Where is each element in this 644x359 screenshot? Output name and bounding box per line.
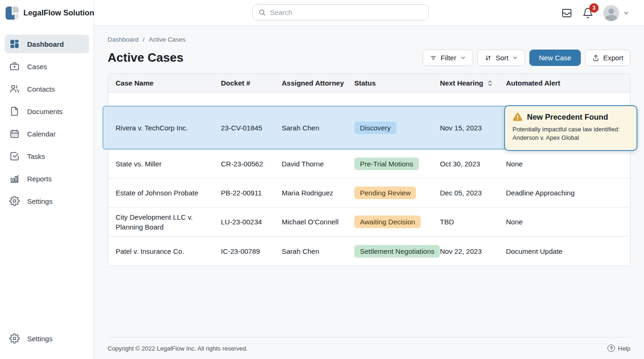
chevron-down-icon [460,55,466,61]
assigned-attorney: Sarah Chen [282,247,354,255]
sidebar-item-contacts[interactable]: Contacts [5,79,89,98]
automated-alert: None [506,160,630,168]
table-row[interactable]: State vs. MillerCR-23-00562David ThorneP… [108,150,630,179]
warning-triangle-icon [512,112,523,122]
chevron-down-icon [623,10,629,16]
topbar-actions: 3 [561,0,629,26]
status-cell: Awaiting Decision [354,215,440,228]
popup-title: New Precedent Found [527,113,608,122]
status-cell: Pre-Trial Motions [354,158,440,170]
table-row-spacer [108,93,630,106]
legalflow-logo-icon [6,7,19,20]
sidebar-item-dashboard[interactable]: Dashboard [5,35,89,53]
assigned-attorney: Sarah Chen [282,124,354,132]
help-icon: ? [607,345,615,352]
column-header-case-name: Case Name [108,79,221,87]
sidebar-item-label: Contacts [27,85,55,93]
assigned-attorney: David Thorne [282,160,354,168]
sidebar-footer: Settings [5,329,89,352]
active-cases-table: Case NameDocket #Assigned AttorneyStatus… [108,73,630,266]
export-button[interactable]: Export [585,50,630,66]
sidebar-footer-item-settings[interactable]: Settings [5,329,89,348]
column-header-docket-: Docket # [221,79,282,87]
sort-button-label: Sort [496,54,509,62]
help-button[interactable]: ? Help [607,345,630,352]
next-hearing-date: Oct 30, 2023 [440,160,506,168]
sidebar-item-label: Documents [27,108,63,115]
column-header-automated-alert: Automated Alert [506,79,630,87]
search-input[interactable] [270,8,423,16]
table-header-row: Case NameDocket #Assigned AttorneyStatus… [108,74,630,93]
next-hearing-date: TBD [440,218,506,226]
page-content: Dashboard / Active Cases Active Cases Fi… [94,26,644,359]
case-name: Rivera v. TechCorp Inc. [108,123,221,133]
next-hearing-date: Nov 22, 2023 [440,247,506,255]
new-case-button[interactable]: New Case [529,50,580,66]
new-case-button-label: New Case [539,54,571,62]
help-label: Help [618,345,630,352]
assigned-attorney: Michael O'Connell [282,218,354,226]
filter-button[interactable]: Filter [423,50,473,66]
copyright-text: Copyright © 2022 LegalFlow Inc. All righ… [108,345,248,352]
sidebar-item-calendar[interactable]: Calendar [5,124,89,143]
filter-button-label: Filter [441,54,456,62]
file-icon [9,106,20,116]
popup-body: Potentially impactful case law identifie… [512,125,630,142]
status-badge: Pre-Trial Motions [354,158,419,170]
sidebar-item-tasks[interactable]: Tasks [5,147,89,165]
sort-button[interactable]: Sort [477,50,526,66]
docket-number: PB-22-00911 [221,189,282,197]
search-icon [258,8,266,16]
status-badge: Awaiting Decision [354,215,421,228]
check-square-icon [9,151,20,161]
dashboard-grid-icon [9,39,20,49]
column-header-assigned-attorney: Assigned Attorney [282,79,354,87]
page-title: Active Cases [108,50,183,65]
precedent-alert-popup[interactable]: New Precedent Found Potentially impactfu… [504,105,637,151]
topbar: 3 [94,0,644,26]
table-row[interactable]: Patel v. Insurance Co.IC-23-00789Sarah C… [108,237,630,266]
sidebar: LegalFlow Solutions DashboardCasesContac… [0,0,94,359]
table-row[interactable]: City Development LLC v. Planning BoardLU… [108,208,630,237]
page-footer: Copyright © 2022 LegalFlow Inc. All righ… [108,337,630,359]
sidebar-item-label: Tasks [27,152,45,160]
breadcrumb-separator: / [143,36,145,43]
automated-alert: None [506,218,630,226]
automated-alert: Document Update [506,247,630,255]
sort-column-icon[interactable] [487,79,493,87]
search-box[interactable] [252,4,429,21]
toolbar: Filter Sort New Case Export [423,50,630,66]
sidebar-item-settings[interactable]: Settings [5,192,89,210]
sidebar-nav: DashboardCasesContactsDocumentsCalendarT… [0,26,94,210]
status-cell: Discovery [354,122,440,134]
status-badge: Settlement Negotiations [354,245,440,258]
gear-icon [9,333,20,344]
sidebar-item-documents[interactable]: Documents [5,102,89,121]
user-avatar[interactable] [603,5,619,21]
case-name: Estate of Johnson Probate [108,188,221,198]
briefcase-icon [9,61,20,72]
status-cell: Settlement Negotiations [354,245,440,258]
sidebar-item-label: Dashboard [27,40,64,48]
case-name: Patel v. Insurance Co. [108,246,221,256]
filter-icon [430,54,437,62]
inbox-button[interactable] [561,7,572,19]
sidebar-item-label: Reports [27,175,52,183]
sidebar-item-reports[interactable]: Reports [5,169,89,188]
main-column: 3 Dashboard / Active Cases Active Cases [94,0,644,359]
column-header-next-hearing[interactable]: Next Hearing [440,79,506,87]
sidebar-item-cases[interactable]: Cases [5,57,89,76]
calendar-icon [9,129,20,139]
notifications-button[interactable]: 3 [582,7,593,19]
notification-count-badge: 3 [589,3,599,13]
docket-number: 23-CV-01845 [221,124,282,132]
table-row[interactable]: Estate of Johnson ProbatePB-22-00911Mari… [108,179,630,208]
sidebar-item-label: Cases [27,63,47,71]
case-name: State vs. Miller [108,159,221,169]
breadcrumb-dashboard-link[interactable]: Dashboard [108,36,139,43]
profile-menu-button[interactable] [623,10,629,16]
status-badge: Pending Review [354,187,416,199]
sidebar-item-label: Settings [27,197,52,205]
status-badge: Discovery [354,122,396,134]
docket-number: LU-23-00234 [221,218,282,226]
